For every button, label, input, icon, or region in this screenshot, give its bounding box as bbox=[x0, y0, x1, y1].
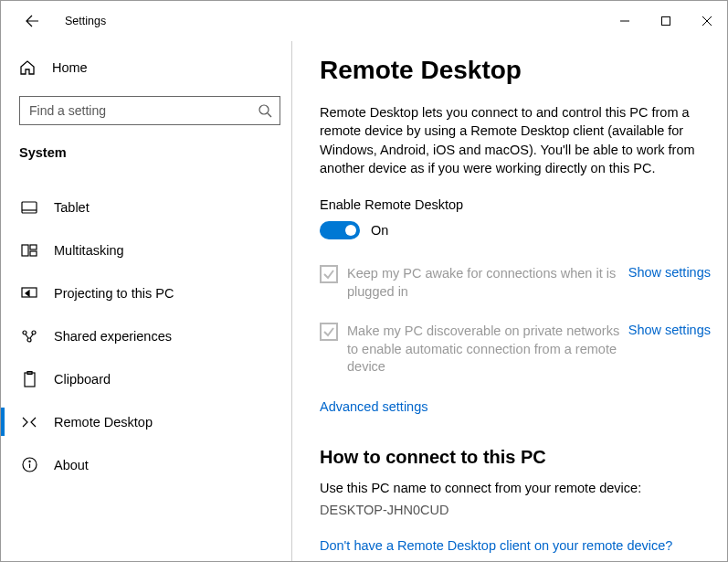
arrow-left-icon bbox=[25, 14, 39, 28]
connect-heading: How to connect to this PC bbox=[320, 447, 711, 468]
sidebar-item-multitasking[interactable]: Multitasking bbox=[1, 228, 291, 271]
enable-remote-desktop-toggle[interactable] bbox=[320, 221, 360, 239]
minimize-button[interactable] bbox=[604, 7, 645, 35]
svg-point-4 bbox=[259, 105, 269, 114]
sidebar-item-about[interactable]: About bbox=[1, 443, 291, 486]
show-settings-link-1[interactable]: Show settings bbox=[628, 265, 711, 280]
minimize-icon bbox=[620, 16, 629, 26]
enable-remote-desktop-label: Enable Remote Desktop bbox=[320, 197, 711, 212]
svg-rect-9 bbox=[30, 245, 37, 249]
check-icon bbox=[322, 268, 335, 281]
window-title: Settings bbox=[65, 15, 106, 27]
svg-point-21 bbox=[28, 461, 29, 461]
titlebar: Settings bbox=[1, 1, 727, 41]
search-placeholder: Find a setting bbox=[29, 103, 258, 118]
maximize-icon bbox=[661, 16, 670, 26]
sidebar-item-tablet[interactable]: Tablet bbox=[1, 186, 291, 228]
discoverable-checkbox[interactable] bbox=[320, 323, 338, 341]
svg-rect-10 bbox=[30, 251, 37, 256]
svg-point-12 bbox=[23, 331, 26, 334]
svg-point-13 bbox=[32, 331, 36, 334]
sidebar-item-label: Multitasking bbox=[54, 243, 124, 258]
help-link[interactable]: Don't have a Remote Desktop client on yo… bbox=[320, 538, 672, 553]
svg-rect-17 bbox=[25, 373, 35, 387]
shared-experiences-icon bbox=[21, 329, 37, 344]
projecting-icon bbox=[21, 287, 37, 300]
close-icon bbox=[702, 16, 712, 26]
sidebar-item-projecting[interactable]: Projecting to this PC bbox=[1, 271, 291, 314]
keep-awake-label: Keep my PC awake for connections when it… bbox=[347, 265, 628, 301]
remote-desktop-icon bbox=[21, 415, 37, 429]
sidebar-item-label: Tablet bbox=[54, 200, 90, 215]
tablet-icon bbox=[21, 201, 37, 214]
check-icon bbox=[322, 325, 335, 338]
sidebar-item-clipboard[interactable]: Clipboard bbox=[1, 357, 291, 400]
home-nav[interactable]: Home bbox=[1, 52, 291, 83]
svg-line-15 bbox=[26, 334, 28, 338]
svg-line-16 bbox=[30, 334, 33, 338]
sidebar: Home Find a setting System Tablet Multit… bbox=[1, 41, 291, 561]
search-input[interactable]: Find a setting bbox=[19, 96, 280, 125]
toggle-state: On bbox=[371, 223, 388, 238]
maximize-button[interactable] bbox=[645, 7, 686, 35]
advanced-settings-link[interactable]: Advanced settings bbox=[320, 399, 428, 414]
sidebar-item-shared-experiences[interactable]: Shared experiences bbox=[1, 314, 291, 357]
pc-name: DESKTOP-JHN0CUD bbox=[320, 503, 711, 517]
category-label: System bbox=[1, 134, 291, 165]
show-settings-link-2[interactable]: Show settings bbox=[628, 323, 711, 337]
window-controls bbox=[604, 7, 727, 35]
main-panel: Remote Desktop Remote Desktop lets you c… bbox=[291, 41, 727, 561]
back-button[interactable] bbox=[16, 5, 48, 37]
discoverable-label: Make my PC discoverable on private netwo… bbox=[347, 323, 628, 376]
sidebar-item-remote-desktop[interactable]: Remote Desktop bbox=[1, 400, 291, 443]
home-icon bbox=[19, 59, 36, 76]
svg-rect-1 bbox=[661, 17, 670, 26]
connect-info: Use this PC name to connect from your re… bbox=[320, 481, 711, 495]
clipboard-icon bbox=[23, 371, 37, 387]
sidebar-item-label: Projecting to this PC bbox=[54, 286, 174, 301]
sidebar-item-label: About bbox=[54, 458, 89, 472]
keep-awake-checkbox[interactable] bbox=[320, 265, 338, 283]
page-description: Remote Desktop lets you connect to and c… bbox=[320, 103, 711, 177]
home-label: Home bbox=[52, 60, 88, 75]
close-button[interactable] bbox=[686, 7, 727, 35]
sidebar-item-label: Shared experiences bbox=[54, 329, 172, 344]
page-heading: Remote Desktop bbox=[320, 56, 711, 85]
about-icon bbox=[22, 457, 37, 472]
svg-line-5 bbox=[268, 113, 271, 117]
svg-rect-6 bbox=[22, 202, 37, 213]
search-icon bbox=[258, 104, 272, 118]
sidebar-item-label: Remote Desktop bbox=[54, 415, 153, 429]
svg-rect-8 bbox=[22, 245, 28, 256]
svg-point-14 bbox=[27, 338, 31, 342]
sidebar-item-label: Clipboard bbox=[54, 372, 111, 387]
multitasking-icon bbox=[21, 244, 37, 257]
